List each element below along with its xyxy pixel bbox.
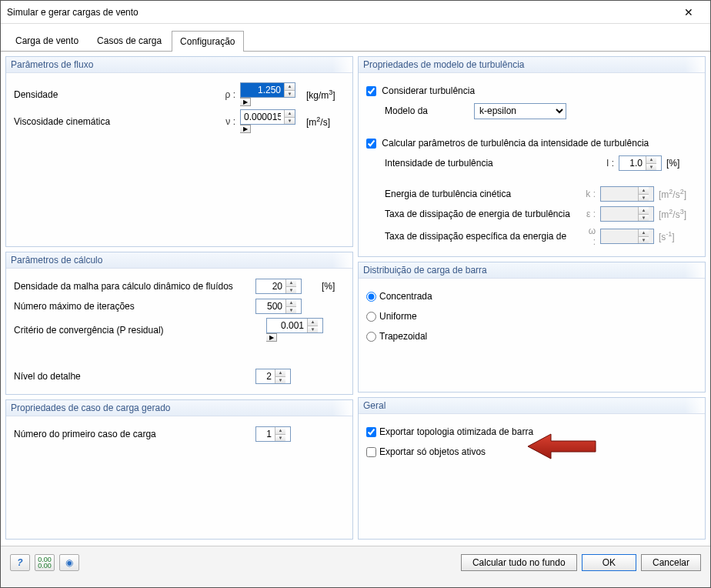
dissipation-symbol: ε :: [583, 209, 596, 219]
spinner-icon: ▲▼: [638, 229, 649, 243]
panel-title: Parâmetros de fluxo: [6, 57, 352, 73]
calculate-background-button[interactable]: Calcular tudo no fundo: [461, 554, 577, 571]
spinner-icon[interactable]: ▲▼: [275, 427, 285, 441]
export-optimized-topology-checkbox[interactable]: Exportar topologia otimizada de barra: [366, 426, 533, 437]
turb-intensity-label: Intensidade de turbulência: [385, 158, 597, 169]
density-unit: [kg/m3]: [306, 89, 345, 101]
specific-unit: [s-1]: [659, 230, 697, 242]
title-bar: Simular e gerar cargas de vento ✕: [1, 1, 710, 24]
help-icon: ?: [17, 557, 22, 568]
eye-icon: ◉: [65, 557, 73, 568]
convergence-label: Critério de convergência (P residual): [14, 325, 262, 336]
density-label: Densidade: [14, 89, 219, 100]
convergence-input[interactable]: ▲▼: [266, 318, 323, 333]
window-title: Simular e gerar cargas de vento: [7, 7, 673, 18]
step-button[interactable]: ▶: [240, 125, 251, 133]
tab-strip: Carga de vento Casos de carga Configuraç…: [1, 25, 710, 52]
radio-uniforme[interactable]: Uniforme: [366, 311, 417, 322]
units-icon: 0.000.00: [38, 556, 52, 569]
first-loadcase-label: Número do primeiro caso de carga: [14, 429, 251, 439]
viscosity-label: Viscosidade cinemática: [14, 116, 219, 127]
spinner-icon[interactable]: ▲▼: [307, 319, 318, 332]
panel-title: Propriedades de modelo de turbulência: [359, 57, 705, 73]
spinner-icon[interactable]: ▲▼: [285, 299, 296, 313]
panel-distribuicao-carga-barra: Distribuição de carga de barra Concentra…: [358, 262, 706, 393]
tab-carga-de-vento[interactable]: Carga de vento: [7, 30, 87, 51]
left-column: Parâmetros de fluxo Densidade ρ : ▲▼ ▶ […: [5, 56, 353, 540]
spinner-icon: ▲▼: [638, 207, 649, 221]
radio-trapezoidal[interactable]: Trapezoidal: [366, 331, 427, 342]
mesh-density-input[interactable]: ▲▼: [255, 279, 302, 294]
kinetic-energy-input: ▲▼: [600, 186, 654, 202]
kinetic-symbol: k :: [583, 189, 596, 199]
tab-casos-de-carga[interactable]: Casos de carga: [88, 30, 170, 51]
dissipation-rate-input: ▲▼: [600, 206, 654, 222]
spinner-icon: ▲▼: [638, 187, 649, 201]
dissipation-unit: [m2/s3]: [659, 208, 697, 220]
spinner-icon[interactable]: ▲▼: [284, 83, 295, 97]
help-button[interactable]: ?: [10, 554, 30, 571]
mesh-density-label: Densidade da malha para cálculo dinâmico…: [14, 281, 251, 292]
specific-symbol: ω :: [583, 226, 596, 247]
detail-level-label: Nível do detalhe: [14, 371, 251, 382]
viscosity-unit: [m2/s]: [306, 115, 345, 128]
intensity-unit: [%]: [666, 158, 697, 169]
content-area: Parâmetros de fluxo Densidade ρ : ▲▼ ▶ […: [1, 52, 710, 544]
density-input[interactable]: ▲▼: [240, 82, 295, 98]
density-symbol: ρ :: [223, 89, 235, 100]
panel-title: Distribuição de carga de barra: [359, 262, 705, 279]
consider-turbulence-checkbox[interactable]: Considerar turbulência: [366, 85, 475, 96]
tab-configuracao[interactable]: Configuração: [172, 31, 243, 52]
step-button[interactable]: ▶: [266, 333, 277, 342]
detail-level-input[interactable]: ▲▼: [255, 369, 291, 384]
panel-parametros-de-calculo: Parâmetros de cálculo Densidade da malha…: [5, 252, 353, 395]
panel-geral: Geral Exportar topologia otimizada de ba…: [358, 397, 706, 540]
spinner-icon[interactable]: ▲▼: [284, 110, 295, 124]
turbulence-model-select[interactable]: k-epsilon: [474, 103, 566, 119]
view-button[interactable]: ◉: [59, 554, 79, 571]
panel-propriedades-caso-carga: Propriedades de caso de carga gerado Núm…: [5, 399, 353, 540]
max-iterations-input[interactable]: ▲▼: [255, 299, 302, 314]
units-button[interactable]: 0.000.00: [35, 554, 55, 571]
export-only-active-objects-checkbox[interactable]: Exportar só objetos ativos: [366, 446, 486, 457]
panel-parametros-de-fluxo: Parâmetros de fluxo Densidade ρ : ▲▼ ▶ […: [5, 56, 353, 247]
mesh-density-unit: [%]: [322, 281, 345, 292]
ok-button[interactable]: OK: [582, 554, 636, 571]
kinetic-unit: [m2/s2]: [659, 188, 697, 200]
dialog-window: Simular e gerar cargas de vento ✕ Carga …: [0, 0, 711, 588]
dissipation-rate-label: Taxa de dissipação de energia de turbulê…: [385, 209, 579, 219]
panel-title: Propriedades de caso de carga gerado: [6, 400, 352, 416]
footer-toolbar: ? 0.000.00 ◉ Calcular tudo no fundo OK C…: [1, 546, 710, 587]
close-button[interactable]: ✕: [673, 6, 704, 18]
turb-intensity-input[interactable]: ▲▼: [619, 155, 662, 171]
viscosity-symbol: ν :: [223, 116, 235, 127]
specific-dissipation-input: ▲▼: [600, 229, 654, 244]
panel-title: Geral: [359, 398, 705, 414]
panel-title: Parâmetros de cálculo: [6, 252, 352, 269]
calc-turb-params-checkbox[interactable]: Calcular parâmetros de turbulência da in…: [366, 138, 649, 149]
radio-concentrada[interactable]: Concentrada: [366, 291, 432, 302]
specific-dissipation-label: Taxa de dissipação específica da energia…: [385, 231, 579, 242]
intensity-symbol: I :: [602, 158, 614, 169]
viscosity-input[interactable]: ▲▼: [240, 109, 295, 125]
step-button[interactable]: ▶: [240, 98, 251, 106]
spinner-icon[interactable]: ▲▼: [285, 279, 296, 293]
first-loadcase-input[interactable]: ▲▼: [255, 426, 291, 442]
max-iterations-label: Número máximo de iterações: [14, 301, 251, 312]
spinner-icon[interactable]: ▲▼: [646, 156, 656, 170]
right-column: Propriedades de modelo de turbulência Co…: [358, 56, 706, 540]
panel-propriedades-turbulencia: Propriedades de modelo de turbulência Co…: [358, 56, 706, 257]
turbulence-model-label: Modelo da: [385, 105, 469, 116]
spinner-icon[interactable]: ▲▼: [275, 369, 285, 383]
cancel-button[interactable]: Cancelar: [641, 554, 701, 571]
kinetic-energy-label: Energia de turbulência cinética: [385, 189, 579, 199]
